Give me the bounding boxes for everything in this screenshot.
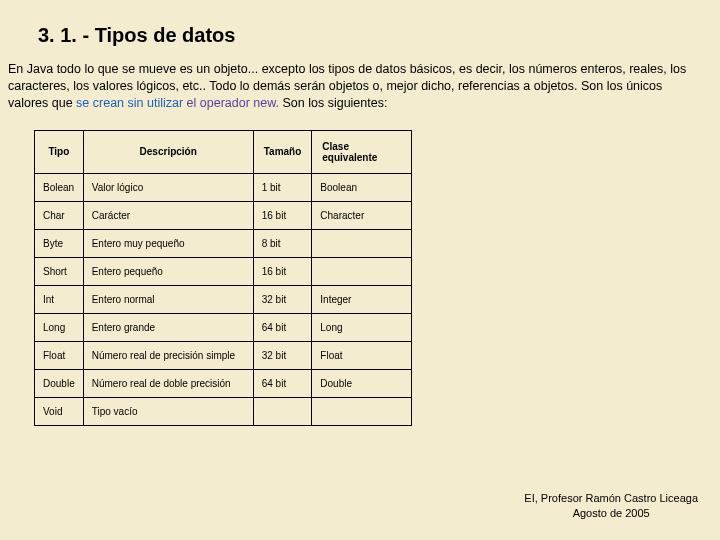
link-se-crean[interactable]: se crean sin utilizar xyxy=(76,96,183,110)
cell-tipo: Int xyxy=(35,285,84,313)
cell-cls: Boolean xyxy=(312,173,412,201)
header-tam: Tamaño xyxy=(253,130,312,173)
cell-desc: Entero grande xyxy=(83,313,253,341)
cell-desc: Entero muy pequeño xyxy=(83,229,253,257)
header-tipo: Tipo xyxy=(35,130,84,173)
cell-tam: 64 bit xyxy=(253,313,312,341)
para-text-2: Son los siguientes: xyxy=(279,96,387,110)
intro-paragraph: En Java todo lo que se mueve es un objet… xyxy=(0,57,720,112)
table-row: ShortEntero pequeño16 bit xyxy=(35,257,412,285)
cell-cls: Character xyxy=(312,201,412,229)
cell-tipo: Double xyxy=(35,369,84,397)
cell-tipo: Bolean xyxy=(35,173,84,201)
cell-tam: 32 bit xyxy=(253,341,312,369)
cell-cls: Integer xyxy=(312,285,412,313)
cell-tam: 16 bit xyxy=(253,201,312,229)
cell-cls xyxy=(312,257,412,285)
cell-tam xyxy=(253,397,312,425)
cell-cls: Long xyxy=(312,313,412,341)
table-row: VoidTipo vacío xyxy=(35,397,412,425)
cell-tipo: Byte xyxy=(35,229,84,257)
table-row: DoubleNúmero real de doble precisión64 b… xyxy=(35,369,412,397)
types-table: Tipo Descripción Tamaño Clase equivalent… xyxy=(34,130,412,426)
cell-desc: Número real de doble precisión xyxy=(83,369,253,397)
header-desc: Descripción xyxy=(83,130,253,173)
cell-cls: Float xyxy=(312,341,412,369)
footer-line-2: Agosto de 2005 xyxy=(524,506,698,520)
cell-tam: 16 bit xyxy=(253,257,312,285)
cell-tipo: Void xyxy=(35,397,84,425)
table-row: CharCarácter16 bitCharacter xyxy=(35,201,412,229)
page-title: 3. 1. - Tipos de datos xyxy=(0,0,720,57)
table-header-row: Tipo Descripción Tamaño Clase equivalent… xyxy=(35,130,412,173)
cell-cls: Double xyxy=(312,369,412,397)
cell-tam: 1 bit xyxy=(253,173,312,201)
cell-desc: Valor lógico xyxy=(83,173,253,201)
footer: EI, Profesor Ramón Castro Liceaga Agosto… xyxy=(524,491,698,520)
cell-tipo: Short xyxy=(35,257,84,285)
cell-tam: 32 bit xyxy=(253,285,312,313)
link-operador-new[interactable]: el operador new. xyxy=(183,96,279,110)
cell-tipo: Float xyxy=(35,341,84,369)
cell-tam: 8 bit xyxy=(253,229,312,257)
footer-line-1: EI, Profesor Ramón Castro Liceaga xyxy=(524,491,698,505)
cell-desc: Entero normal xyxy=(83,285,253,313)
cell-desc: Tipo vacío xyxy=(83,397,253,425)
table-row: BoleanValor lógico1 bitBoolean xyxy=(35,173,412,201)
cell-cls xyxy=(312,397,412,425)
cell-tipo: Long xyxy=(35,313,84,341)
cell-tipo: Char xyxy=(35,201,84,229)
table-row: FloatNúmero real de precisión simple32 b… xyxy=(35,341,412,369)
cell-cls xyxy=(312,229,412,257)
table-row: IntEntero normal32 bitInteger xyxy=(35,285,412,313)
cell-desc: Número real de precisión simple xyxy=(83,341,253,369)
header-cls: Clase equivalente xyxy=(312,130,412,173)
cell-desc: Carácter xyxy=(83,201,253,229)
table-row: LongEntero grande64 bitLong xyxy=(35,313,412,341)
cell-desc: Entero pequeño xyxy=(83,257,253,285)
table-row: ByteEntero muy pequeño8 bit xyxy=(35,229,412,257)
cell-tam: 64 bit xyxy=(253,369,312,397)
